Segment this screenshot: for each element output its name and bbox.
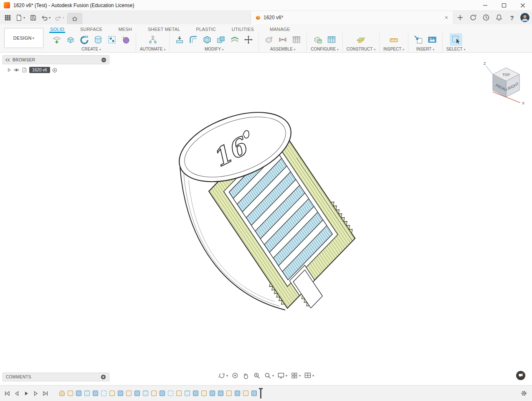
- redo-button[interactable]: [53, 12, 66, 23]
- tab-mesh[interactable]: MESH: [117, 27, 133, 33]
- config-table-button[interactable]: [325, 33, 338, 46]
- model-3d-section-view[interactable]: 16: [167, 102, 363, 330]
- configuration-button[interactable]: [312, 33, 324, 46]
- expand-comments-icon[interactable]: [101, 374, 106, 380]
- timeline-item-sketch[interactable]: [126, 391, 132, 396]
- look-at-button[interactable]: [230, 371, 240, 380]
- file-menu-button[interactable]: [14, 12, 26, 23]
- timeline-item-plane[interactable]: [143, 391, 148, 396]
- bom-table-button[interactable]: [290, 33, 303, 46]
- timeline-item-sketch[interactable]: [201, 391, 207, 396]
- group-label-inspect[interactable]: INSPECT: [383, 47, 404, 51]
- collapse-all-icon[interactable]: [101, 57, 106, 63]
- timeline-item-pattern[interactable]: [168, 391, 173, 396]
- timeline-item-sketch[interactable]: [68, 391, 73, 396]
- home-tab-button[interactable]: [67, 13, 82, 24]
- notifications-button[interactable]: [494, 13, 504, 22]
- undo-button[interactable]: [40, 12, 52, 23]
- step-forward-button[interactable]: [32, 390, 40, 397]
- timeline-item-sketch[interactable]: [176, 391, 182, 396]
- timeline-item-sketch[interactable]: [226, 391, 232, 396]
- view-cube[interactable]: Z TOP FRONT RIGHT X: [480, 58, 530, 107]
- timeline-item-sketch[interactable]: [109, 391, 115, 396]
- close-document-tab-button[interactable]: [442, 13, 451, 22]
- timeline-item-pattern[interactable]: [101, 391, 106, 396]
- group-label-insert[interactable]: INSERT: [416, 47, 434, 51]
- fillet-button[interactable]: [187, 33, 200, 46]
- expand-arrow-icon[interactable]: [8, 68, 11, 72]
- activate-radio-icon[interactable]: [52, 68, 57, 73]
- viewport-canvas[interactable]: BROWSER 1620 v6 Z TOP FRONT RIGHT X: [0, 53, 532, 401]
- group-label-assemble[interactable]: ASSEMBLE: [270, 47, 295, 51]
- close-button[interactable]: [513, 0, 532, 10]
- select-button[interactable]: [450, 33, 462, 46]
- tab-surface[interactable]: SURFACE: [79, 27, 103, 33]
- root-component-name[interactable]: 1620 v6: [29, 67, 50, 73]
- play-button[interactable]: [23, 390, 30, 397]
- go-to-start-button[interactable]: [3, 390, 11, 397]
- maximize-button[interactable]: [494, 0, 513, 10]
- group-label-construct[interactable]: CONSTRUCT: [347, 47, 375, 51]
- construct-plane-button[interactable]: [355, 33, 367, 46]
- timeline-item-extrude[interactable]: [235, 391, 240, 396]
- grid-snap-button[interactable]: [289, 371, 302, 380]
- tab-plastic[interactable]: PLASTIC: [195, 27, 217, 33]
- browser-root-row[interactable]: 1620 v6: [3, 64, 109, 73]
- timeline-item-extrude[interactable]: [76, 391, 81, 396]
- group-label-automate[interactable]: AUTOMATE: [140, 47, 165, 51]
- move-button[interactable]: [242, 33, 255, 46]
- combine-button[interactable]: [215, 33, 227, 46]
- comments-bar[interactable]: COMMENTS: [3, 373, 109, 381]
- viewports-button[interactable]: [303, 371, 315, 380]
- automate-button[interactable]: [147, 33, 159, 46]
- measure-button[interactable]: [388, 33, 400, 46]
- document-tab[interactable]: 1620 v6*: [251, 11, 287, 24]
- workspace-switcher[interactable]: DESIGN: [4, 28, 43, 48]
- cylinder-button[interactable]: [92, 33, 104, 46]
- extrude-button[interactable]: [64, 33, 77, 46]
- display-settings-button[interactable]: [276, 371, 289, 380]
- timeline-settings-button[interactable]: [519, 389, 528, 398]
- group-label-select[interactable]: SELECT: [446, 47, 465, 51]
- timeline-item-extrude[interactable]: [93, 391, 98, 396]
- save-button[interactable]: [28, 12, 38, 23]
- group-label-create[interactable]: CREATE: [81, 47, 101, 51]
- timeline-position-marker[interactable]: [260, 388, 261, 398]
- orbit-button[interactable]: [217, 371, 229, 380]
- group-label-configure[interactable]: CONFIGURE: [311, 47, 339, 51]
- timeline-item-extrude[interactable]: [160, 391, 165, 396]
- zoom-button[interactable]: [252, 371, 262, 380]
- offset-face-button[interactable]: [228, 33, 241, 46]
- new-document-tab-button[interactable]: [456, 13, 465, 22]
- timeline-item-sketch[interactable]: [151, 391, 157, 396]
- timeline-item-extrude[interactable]: [251, 391, 257, 396]
- timeline-item-extrude[interactable]: [118, 391, 123, 396]
- timeline-item-sketch[interactable]: [243, 391, 248, 396]
- go-to-end-button[interactable]: [42, 390, 49, 397]
- recent-activity-button[interactable]: [481, 13, 491, 22]
- press-pull-button[interactable]: [173, 33, 186, 46]
- shell-button[interactable]: [201, 33, 213, 46]
- fit-button[interactable]: [263, 371, 275, 380]
- job-status-button[interactable]: [469, 13, 478, 22]
- tab-utilities[interactable]: UTILITIES: [231, 27, 255, 33]
- feedback-bubble-button[interactable]: [516, 371, 525, 380]
- user-avatar[interactable]: [520, 13, 529, 22]
- collapse-panel-icon[interactable]: [5, 58, 10, 62]
- new-component-button[interactable]: [263, 33, 275, 46]
- revolve-button[interactable]: [78, 33, 91, 46]
- joint-button[interactable]: [276, 33, 289, 46]
- pan-button[interactable]: [241, 371, 251, 380]
- timeline-item-plane[interactable]: [185, 391, 190, 396]
- group-label-modify[interactable]: MODIFY: [205, 47, 223, 51]
- insert-derive-button[interactable]: [412, 33, 425, 46]
- minimize-button[interactable]: [476, 0, 494, 10]
- help-button[interactable]: ?: [507, 13, 517, 22]
- visibility-eye-icon[interactable]: [13, 67, 20, 73]
- data-panel-button[interactable]: [3, 12, 13, 23]
- tab-solid[interactable]: SOLID: [49, 27, 65, 33]
- tab-manage[interactable]: MANAGE: [269, 27, 291, 33]
- tab-sheet-metal[interactable]: SHEET METAL: [147, 27, 181, 33]
- timeline-item-extrude[interactable]: [210, 391, 215, 396]
- timeline-item-plane[interactable]: [84, 391, 90, 396]
